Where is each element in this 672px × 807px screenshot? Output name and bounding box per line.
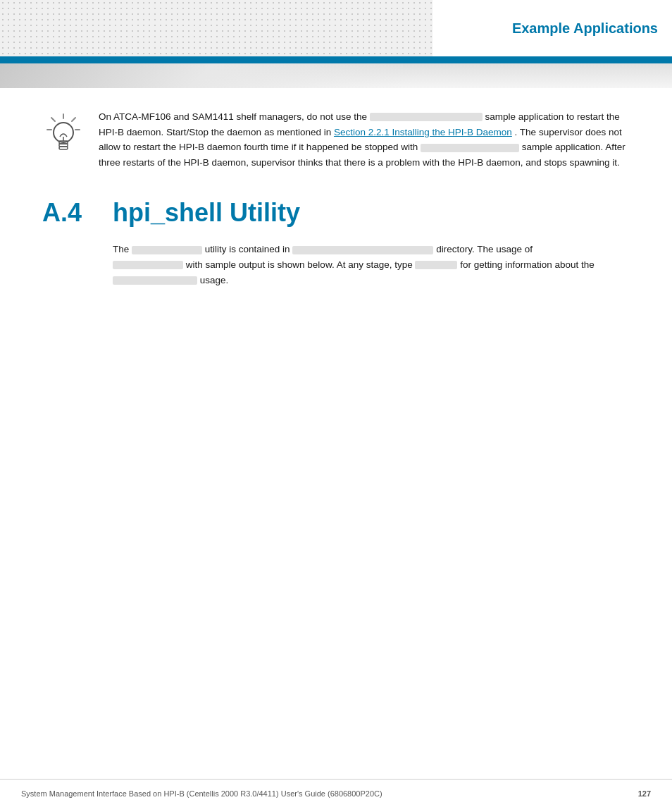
- redacted-app-name-1: [370, 113, 483, 121]
- footer-text: System Management Interface Based on HPI…: [21, 789, 382, 798]
- section-link[interactable]: Section 2.2.1 Installing the HPI-B Daemo…: [334, 127, 512, 137]
- svg-line-2: [72, 118, 75, 121]
- header-title-area: Example Applications: [433, 0, 672, 56]
- svg-rect-8: [59, 147, 68, 149]
- footer-page: 127: [638, 789, 651, 798]
- body-the: The: [113, 244, 132, 254]
- redacted-about: [113, 276, 197, 285]
- body-with: with sample output is shown below. At an…: [186, 259, 416, 270]
- main-content: On ATCA-MF106 and SAM1411 shelf managers…: [0, 88, 672, 309]
- section-number: A.4: [42, 198, 99, 228]
- svg-line-1: [51, 118, 55, 121]
- lightbulb-icon: [42, 109, 85, 166]
- redacted-utility-name: [132, 246, 202, 254]
- body-for: for getting information about the: [460, 259, 595, 270]
- redacted-type: [415, 261, 457, 269]
- body-directory: directory. The usage of: [436, 244, 533, 254]
- redacted-with: [113, 261, 183, 269]
- gray-accent: [0, 63, 672, 88]
- warning-box: On ATCA-MF106 and SAM1411 shelf managers…: [42, 109, 630, 170]
- body-usage: usage.: [200, 275, 229, 285]
- section-title: hpi_shell Utility: [113, 198, 300, 228]
- body-utility-is: utility is contained in: [205, 244, 293, 254]
- section-heading: A.4 hpi_shell Utility: [42, 198, 630, 228]
- redacted-directory: [292, 246, 433, 254]
- body-text: The utility is contained in directory. T…: [113, 242, 630, 288]
- blue-bar: [0, 56, 672, 63]
- warning-text-before: On ATCA-MF106 and SAM1411 shelf managers…: [99, 111, 370, 122]
- warning-text: On ATCA-MF106 and SAM1411 shelf managers…: [99, 109, 630, 170]
- footer: System Management Interface Based on HPI…: [0, 779, 672, 807]
- lightbulb-svg: [46, 113, 81, 162]
- redacted-app-name-2: [421, 144, 519, 152]
- page-title: Example Applications: [512, 20, 658, 37]
- header-pattern: Example Applications: [0, 0, 672, 56]
